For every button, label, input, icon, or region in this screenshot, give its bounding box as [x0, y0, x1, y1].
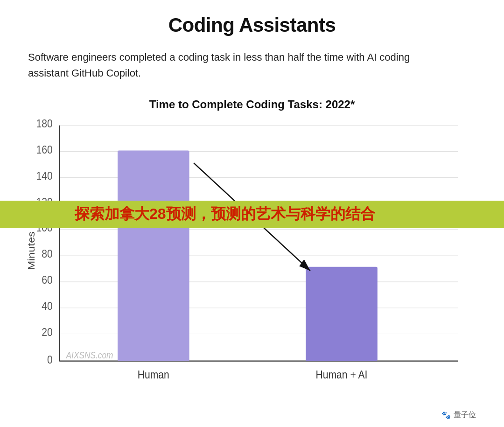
- svg-text:0: 0: [47, 354, 53, 366]
- banner-overlay: 探索加拿大28预测，预测的艺术与科学的结合: [0, 201, 504, 228]
- svg-text:Human + AI: Human + AI: [316, 369, 368, 381]
- svg-text:Human: Human: [138, 369, 169, 381]
- banner-text: 探索加拿大28预测，预测的艺术与科学的结合: [75, 204, 375, 224]
- svg-text:40: 40: [42, 300, 52, 312]
- svg-text:80: 80: [42, 248, 52, 260]
- page-container: Coding Assistants Software engineers com…: [0, 0, 504, 427]
- svg-text:160: 160: [36, 144, 53, 156]
- chart-title: Time to Complete Coding Tasks: 2022*: [28, 98, 476, 111]
- logo-icon: 🐾: [441, 411, 451, 420]
- svg-text:20: 20: [42, 326, 52, 338]
- svg-text:180: 180: [36, 118, 53, 130]
- bar-human: [118, 151, 189, 361]
- description-text: Software engineers completed a coding ta…: [28, 49, 411, 81]
- logo: 🐾 量子位: [441, 410, 476, 420]
- svg-text:140: 140: [36, 170, 53, 182]
- svg-text:Minutes: Minutes: [26, 231, 37, 270]
- chart-svg: 180 160 140 120 100 80 60 40 20 0 Minute…: [28, 120, 476, 391]
- page-title: Coding Assistants: [28, 14, 476, 36]
- bar-human-ai: [306, 267, 378, 361]
- chart-wrapper: 180 160 140 120 100 80 60 40 20 0 Minute…: [28, 120, 476, 391]
- svg-text:AIXSNS.com: AIXSNS.com: [66, 350, 113, 360]
- svg-text:60: 60: [42, 274, 52, 286]
- logo-text: 量子位: [454, 410, 476, 420]
